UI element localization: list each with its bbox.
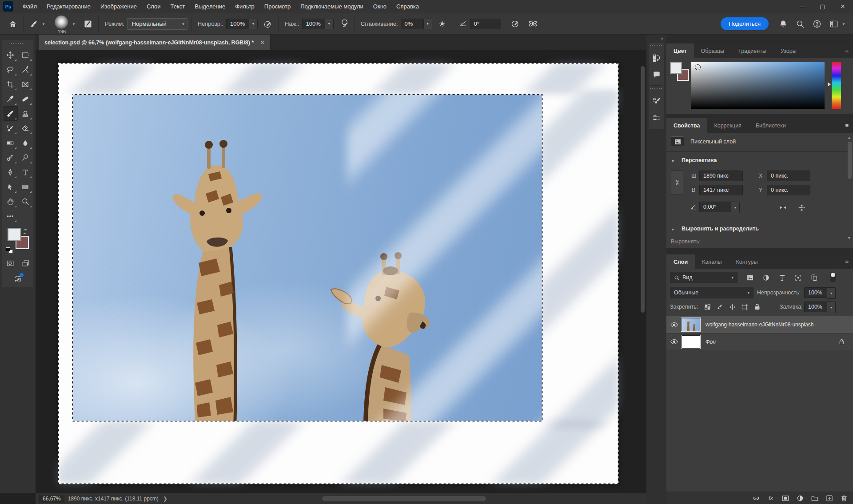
airbrush-icon[interactable] (337, 17, 351, 31)
flow-field[interactable]: 100% (302, 19, 325, 29)
history-brush-tool-icon[interactable] (3, 121, 18, 135)
brush-settings-panel-icon[interactable] (649, 92, 664, 109)
brush-preset-picker[interactable]: 196 (53, 15, 71, 33)
tab-paths[interactable]: Контуры (729, 254, 765, 269)
menu-window[interactable]: Окно (368, 0, 391, 13)
layer-thumbnail[interactable] (682, 335, 700, 349)
hand-tool-icon[interactable] (3, 194, 18, 209)
eraser-tool-icon[interactable] (18, 121, 33, 135)
chevron-down-icon[interactable]: ▾ (672, 159, 674, 163)
edit-toolbar-icon[interactable] (3, 209, 18, 223)
toning-tool-icon[interactable] (3, 150, 18, 165)
lock-pixels-icon[interactable] (714, 302, 725, 312)
menu-image[interactable]: Изображение (96, 0, 142, 13)
foreground-color-swatch[interactable] (670, 62, 682, 74)
clone-stamp-tool-icon[interactable] (18, 106, 33, 121)
screen-mode-icon[interactable] (20, 258, 32, 269)
symmetry-butterfly-icon[interactable] (526, 17, 540, 31)
giraffe-photo-layer[interactable] (72, 94, 542, 421)
document-tab[interactable]: selection.psd @ 66,7% (wolfgang-hasselma… (39, 35, 271, 50)
marquee-tool-icon[interactable] (18, 48, 33, 62)
lock-all-icon[interactable] (752, 302, 762, 312)
visibility-eye-icon[interactable] (666, 339, 682, 345)
layer-thumbnail[interactable] (682, 318, 700, 331)
help-icon[interactable] (810, 17, 824, 31)
chevron-down-icon[interactable]: ▾ (424, 19, 432, 29)
hue-slider-arrow[interactable] (828, 82, 831, 87)
document-canvas[interactable] (58, 63, 618, 484)
panel-menu-icon[interactable]: ≡ (845, 258, 849, 265)
crop-tool-icon[interactable] (3, 77, 18, 91)
tab-gradients[interactable]: Градиенты (731, 44, 773, 58)
opacity-field[interactable]: 100% (226, 19, 249, 29)
dock-grip[interactable] (650, 87, 663, 91)
cloud-sync-icon[interactable] (12, 273, 24, 284)
slice-tool-icon[interactable] (18, 77, 33, 91)
home-icon[interactable] (6, 17, 20, 31)
filter-adjustment-layers-icon[interactable] (761, 272, 771, 283)
filter-toggle[interactable] (830, 272, 836, 282)
chevron-down-icon[interactable]: ▾ (325, 19, 334, 29)
layer-row-background[interactable]: Фон (666, 333, 853, 350)
filter-shape-layers-icon[interactable] (793, 272, 803, 283)
maximize-button[interactable]: ▢ (812, 0, 833, 13)
chevron-down-icon[interactable]: ▾ (841, 22, 847, 26)
dock-grip[interactable] (650, 45, 663, 48)
blend-mode-select[interactable]: Обычные ▾ (670, 287, 753, 298)
shape-tool-icon[interactable] (18, 179, 33, 194)
hue-slider[interactable] (832, 62, 841, 109)
close-button[interactable]: ✕ (833, 0, 853, 13)
history-panel-icon[interactable] (649, 50, 664, 67)
comments-panel-icon[interactable] (649, 67, 664, 83)
tab-libraries[interactable]: Библиотеки (749, 118, 793, 133)
quick-mask-icon[interactable] (4, 258, 16, 269)
move-tool-icon[interactable] (3, 48, 18, 62)
pen-tool-icon[interactable] (3, 165, 18, 179)
filter-pixel-layers-icon[interactable] (745, 272, 755, 283)
brush-settings-panel-icon[interactable] (81, 17, 95, 31)
tab-adjustments[interactable]: Коррекция (707, 118, 748, 133)
x-field[interactable]: 0 пикс. (767, 171, 810, 181)
chevron-down-icon[interactable]: ▾ (672, 227, 674, 232)
canvas-area[interactable] (36, 50, 646, 493)
panel-menu-icon[interactable]: ≡ (845, 122, 849, 129)
panel-menu-icon[interactable]: ≡ (845, 48, 849, 54)
bell-icon[interactable] (777, 17, 790, 31)
gradient-tool-icon[interactable] (3, 135, 18, 150)
search-icon[interactable] (793, 17, 807, 31)
fill-field[interactable]: 100% (804, 302, 827, 312)
filter-smart-objects-icon[interactable] (809, 272, 819, 283)
menu-help[interactable]: Справка (391, 0, 424, 13)
close-tab-icon[interactable]: ✕ (260, 39, 265, 46)
toolbar-grip[interactable] (11, 43, 24, 46)
lock-transparency-icon[interactable] (702, 302, 713, 312)
menu-edit[interactable]: Редактирование (42, 0, 96, 13)
height-field[interactable]: 1417 пикс (699, 185, 743, 195)
layer-row-photo[interactable]: wolfgang-hasselmann-eJGitNnMr08-unsplash (666, 316, 853, 333)
smoothing-field[interactable]: 0% (401, 19, 424, 29)
blur-tool-icon[interactable] (18, 135, 33, 150)
chevron-down-icon[interactable]: ▾ (40, 22, 47, 26)
menu-type[interactable]: Текст (166, 0, 190, 13)
rotation-angle-field[interactable]: 0,00° (699, 202, 731, 212)
share-button[interactable]: Поделиться (721, 17, 769, 30)
brushes-panel-icon[interactable] (649, 109, 664, 126)
eyedropper-tool-icon[interactable] (3, 91, 18, 106)
color-cursor[interactable] (695, 64, 701, 70)
link-layers-icon[interactable] (751, 493, 761, 503)
brush-tool-small-icon[interactable] (27, 17, 40, 31)
layers-opacity-field[interactable]: 100% (804, 287, 827, 298)
default-colors-icon[interactable] (6, 247, 13, 254)
visibility-eye-icon[interactable] (666, 322, 682, 328)
collapse-panels-icon[interactable]: « (661, 36, 663, 41)
healing-brush-tool-icon[interactable] (18, 91, 33, 106)
menu-file[interactable]: Файл (18, 0, 42, 13)
scroll-down-icon[interactable]: ▼ (847, 236, 851, 240)
delete-layer-icon[interactable] (839, 493, 849, 503)
lasso-tool-icon[interactable] (3, 62, 18, 77)
brush-angle-field[interactable]: 0° (470, 19, 501, 29)
blend-mode-select[interactable]: Нормальный ▾ (127, 18, 187, 30)
zoom-tool-icon[interactable] (18, 194, 33, 209)
chevron-down-icon[interactable]: ▾ (71, 22, 77, 26)
tab-channels[interactable]: Каналы (695, 254, 729, 269)
